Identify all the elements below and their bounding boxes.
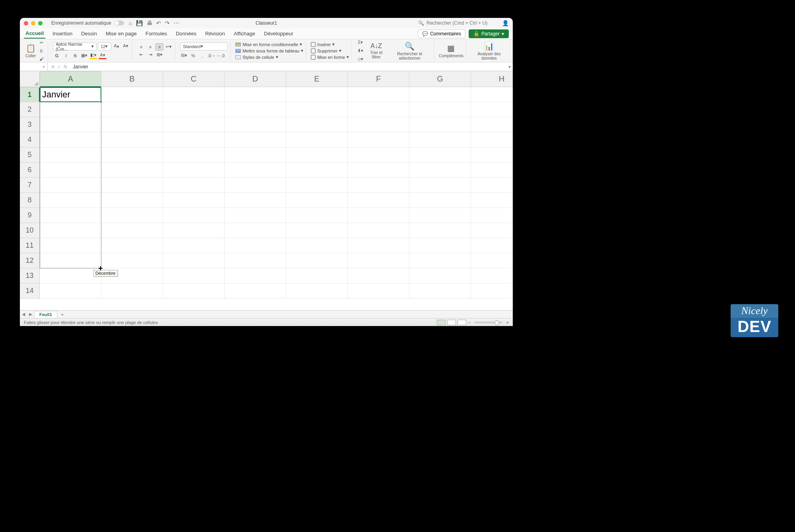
cell[interactable] <box>471 283 513 299</box>
cell[interactable] <box>409 178 471 193</box>
font-select[interactable]: Aptos Narrow (Cor... ▾ <box>53 43 97 50</box>
cell[interactable] <box>409 253 471 268</box>
cell[interactable] <box>225 102 286 117</box>
cell[interactable] <box>101 102 163 117</box>
grow-font-icon[interactable]: A▴ <box>112 43 120 50</box>
search-box[interactable]: 🔍 <box>418 20 498 26</box>
cell[interactable] <box>163 208 225 223</box>
percent-icon[interactable]: % <box>189 52 197 59</box>
cell[interactable] <box>348 132 409 148</box>
cell[interactable] <box>471 87 513 102</box>
cell[interactable]: Janvier <box>40 87 101 102</box>
cell[interactable] <box>225 117 286 132</box>
indent-icon[interactable]: ⇥ <box>146 51 154 58</box>
cell[interactable] <box>163 132 225 148</box>
cell[interactable] <box>163 223 225 238</box>
expand-icon[interactable]: ▾ <box>506 64 513 70</box>
strike-button[interactable]: S <box>71 52 79 59</box>
tab-accueil[interactable]: Accueil <box>24 29 45 39</box>
enter-icon[interactable]: ✓ <box>57 64 61 70</box>
cell[interactable] <box>225 193 286 208</box>
row-header[interactable]: 2 <box>20 102 40 117</box>
cell[interactable] <box>101 132 163 148</box>
cell[interactable] <box>409 208 471 223</box>
row-header[interactable]: 7 <box>20 178 40 193</box>
cell[interactable] <box>225 253 286 268</box>
cell[interactable] <box>471 223 513 238</box>
save-icon[interactable]: 💾 <box>136 20 143 26</box>
cell[interactable] <box>225 223 286 238</box>
cell[interactable] <box>471 208 513 223</box>
comments-button[interactable]: 💬 Commentaires <box>418 29 465 38</box>
clear-icon[interactable]: ◇▾ <box>357 56 365 63</box>
zoom-slider[interactable] <box>475 322 502 323</box>
name-box[interactable]: ▾ <box>20 62 48 71</box>
cell[interactable] <box>286 102 348 117</box>
autosave-toggle[interactable] <box>114 21 124 25</box>
col-header[interactable]: C <box>163 71 225 87</box>
currency-icon[interactable]: ₪▾ <box>180 52 188 59</box>
cell[interactable] <box>348 163 409 178</box>
cell[interactable] <box>471 117 513 132</box>
cell[interactable] <box>348 193 409 208</box>
italic-button[interactable]: I <box>62 52 70 59</box>
redo-icon[interactable]: ↷ <box>165 20 170 26</box>
cell[interactable] <box>348 253 409 268</box>
cell[interactable] <box>409 223 471 238</box>
row-header[interactable]: 11 <box>20 238 40 253</box>
cell[interactable] <box>471 132 513 148</box>
border-icon[interactable]: ▦▾ <box>80 52 88 59</box>
row-header[interactable]: 5 <box>20 148 40 163</box>
cell[interactable] <box>286 178 348 193</box>
cell[interactable] <box>101 193 163 208</box>
select-all-corner[interactable] <box>20 71 40 87</box>
shrink-font-icon[interactable]: A▾ <box>122 43 130 50</box>
zoom-out-icon[interactable]: − <box>468 320 470 325</box>
cell[interactable] <box>286 193 348 208</box>
row-header[interactable]: 6 <box>20 163 40 178</box>
cell[interactable] <box>101 148 163 163</box>
find-select-button[interactable]: 🔍 Rechercher et sélectionner <box>388 41 431 60</box>
cell[interactable] <box>101 163 163 178</box>
sort-filter-button[interactable]: A↓Z Trier et filtrer <box>366 43 386 59</box>
analyze-button[interactable]: 📊 Analyser des données <box>471 41 507 60</box>
row-header[interactable]: 10 <box>20 223 40 238</box>
cell[interactable] <box>286 117 348 132</box>
cell[interactable] <box>409 132 471 148</box>
cell[interactable] <box>286 132 348 148</box>
cell[interactable] <box>286 283 348 299</box>
col-header[interactable]: A <box>40 71 101 87</box>
cell[interactable] <box>286 208 348 223</box>
number-format-select[interactable]: Standard ▾ <box>180 43 228 50</box>
undo-icon[interactable]: ↶ <box>156 20 161 26</box>
col-header[interactable]: H <box>471 71 513 87</box>
cell[interactable] <box>225 148 286 163</box>
cell[interactable] <box>471 163 513 178</box>
bold-button[interactable]: G <box>53 52 61 59</box>
cell[interactable] <box>163 268 225 283</box>
tab-donnees[interactable]: Données <box>174 29 198 38</box>
cell[interactable] <box>225 268 286 283</box>
view-break-icon[interactable] <box>458 320 466 325</box>
cell[interactable] <box>348 268 409 283</box>
cell[interactable] <box>225 208 286 223</box>
cell[interactable] <box>409 117 471 132</box>
fill-color-icon[interactable]: ◧▾ <box>89 52 97 59</box>
cell[interactable] <box>163 87 225 102</box>
tab-developpeur[interactable]: Développeur <box>262 29 295 38</box>
cell[interactable] <box>409 102 471 117</box>
copy-icon[interactable]: ⎘ <box>37 47 45 54</box>
cell[interactable] <box>471 193 513 208</box>
format-button[interactable]: Mise en forme ▾ <box>311 54 349 60</box>
sum-icon[interactable]: Σ▾ <box>357 39 365 46</box>
cell[interactable] <box>348 117 409 132</box>
cell[interactable] <box>286 268 348 283</box>
insert-button[interactable]: Insérer ▾ <box>311 42 349 47</box>
cell[interactable] <box>286 87 348 102</box>
cell[interactable] <box>225 283 286 299</box>
dec-inc-icon[interactable]: .0→ <box>207 52 215 59</box>
search-input[interactable] <box>427 20 498 26</box>
cell[interactable] <box>348 178 409 193</box>
comma-icon[interactable]: , <box>198 52 206 59</box>
add-sheet-button[interactable]: + <box>57 311 68 318</box>
